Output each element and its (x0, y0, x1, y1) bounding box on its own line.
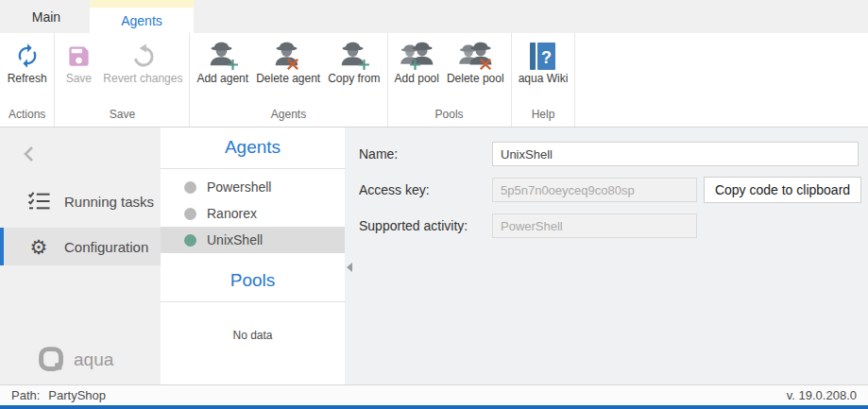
delete-pool-button[interactable]: Delete pool (443, 33, 508, 86)
ribbon: Refresh Actions Save Revert changes (0, 33, 868, 128)
ribbon-group-label-pools: Pools (391, 106, 508, 127)
sidebar-collapse-button[interactable] (23, 145, 40, 163)
supported-activity-field (492, 213, 697, 238)
aqua-logo: aqua (38, 346, 113, 373)
delete-agent-button[interactable]: Delete agent (252, 33, 324, 86)
agent-details-panel: Name: Access key: Copy code to clipboard… (345, 128, 868, 384)
chevron-left-icon (23, 145, 35, 162)
agent-name: Ranorex (207, 206, 257, 221)
pools-panel-header: Pools (161, 261, 345, 302)
delete-pool-icon (457, 39, 493, 73)
sidebar-item-running-tasks-label: Running tasks (64, 194, 154, 210)
status-path-label: Path: (11, 388, 40, 402)
gear-icon: ⚙ (26, 237, 51, 257)
tab-main[interactable]: Main (17, 0, 76, 33)
main-content: Running tasks ⚙ Configuration aqua Agent… (0, 128, 868, 384)
name-field-label: Name: (359, 146, 492, 162)
status-bar: Path: PartyShop v. 19.0.208.0 (0, 384, 868, 405)
tasks-icon (26, 191, 51, 212)
status-path: Path: PartyShop (11, 388, 106, 402)
refresh-button[interactable]: Refresh (4, 33, 51, 86)
agent-status-dot (184, 208, 196, 220)
access-key-field (492, 178, 697, 202)
copy-from-button[interactable]: Copy from (324, 33, 383, 86)
agent-name: UnixShell (207, 232, 263, 247)
add-agent-icon (207, 39, 239, 73)
add-agent-button[interactable]: Add agent (193, 33, 252, 86)
copy-from-button-label: Copy from (328, 73, 380, 86)
splitter-collapse-icon[interactable] (347, 263, 352, 272)
svg-text:?: ? (541, 47, 552, 66)
bottom-accent-bar (0, 405, 868, 409)
ribbon-group-label-actions: Actions (3, 106, 51, 127)
status-version: v. 19.0.208.0 (787, 388, 857, 402)
ribbon-group-label-agents: Agents (193, 106, 383, 127)
form-row-name: Name: (359, 142, 868, 166)
save-button[interactable]: Save (58, 33, 99, 86)
ribbon-group-label-help: Help (515, 106, 572, 127)
form-row-access-key: Access key: Copy code to clipboard (359, 177, 868, 203)
delete-agent-button-label: Delete agent (256, 73, 320, 86)
tab-main-label: Main (32, 9, 60, 25)
agent-list-item-unixshell[interactable]: UnixShell (161, 227, 345, 253)
sidebar-item-configuration-label: Configuration (64, 239, 148, 255)
delete-agent-icon (272, 39, 304, 73)
copy-code-button[interactable]: Copy code to clipboard (704, 177, 861, 203)
refresh-button-label: Refresh (8, 73, 47, 86)
refresh-icon (14, 39, 41, 73)
save-button-label: Save (66, 73, 92, 86)
wiki-icon: ? (529, 39, 556, 73)
sidebar-item-configuration[interactable]: ⚙ Configuration (0, 228, 161, 265)
agent-list-item-powershell[interactable]: Powershell (161, 174, 345, 200)
ribbon-group-help: ? aqua Wiki Help (512, 33, 576, 127)
copy-from-icon (338, 39, 370, 73)
delete-pool-button-label: Delete pool (447, 73, 504, 86)
agents-panel-header: Agents (161, 128, 345, 169)
ribbon-group-label-save: Save (58, 106, 186, 127)
ribbon-group-save: Save Revert changes Save (55, 33, 190, 127)
save-icon (66, 39, 92, 73)
supported-activity-field-label: Supported activity: (359, 218, 492, 233)
add-pool-icon (399, 39, 434, 73)
agent-name: Powershell (207, 179, 271, 195)
aqua-logo-icon (38, 346, 65, 373)
form-row-supported-activity: Supported activity: (359, 213, 868, 238)
navigation-sidebar: Running tasks ⚙ Configuration aqua (0, 128, 161, 384)
agent-list-item-ranorex[interactable]: Ranorex (161, 200, 345, 227)
app-window: Main Agents Refresh Actions (0, 0, 868, 409)
name-field[interactable] (492, 142, 859, 166)
aqua-wiki-button[interactable]: ? aqua Wiki (515, 33, 572, 86)
status-path-value: PartyShop (48, 388, 106, 402)
tab-agents-label: Agents (121, 13, 162, 28)
ribbon-tab-bar: Main Agents (0, 0, 868, 33)
pools-empty-text: No data (161, 329, 345, 342)
ribbon-group-actions: Refresh Actions (0, 33, 55, 127)
agent-list: Powershell Ranorex UnixShell (161, 169, 345, 253)
revert-changes-icon (130, 39, 156, 73)
add-pool-button-label: Add pool (395, 73, 439, 86)
agent-status-dot (184, 181, 196, 194)
tab-agents[interactable]: Agents (90, 0, 194, 33)
access-key-field-label: Access key: (359, 182, 492, 197)
ribbon-group-agents: Add agent Delete agent Copy from Agents (190, 33, 387, 127)
ribbon-group-pools: Add pool Delete pool Pools (388, 33, 512, 127)
aqua-wiki-button-label: aqua Wiki (519, 73, 569, 86)
aqua-logo-text: aqua (74, 349, 113, 370)
add-pool-button[interactable]: Add pool (391, 33, 443, 86)
add-agent-button-label: Add agent (196, 73, 248, 86)
revert-changes-button-label: Revert changes (103, 73, 182, 86)
revert-changes-button[interactable]: Revert changes (99, 33, 186, 86)
agent-status-dot (184, 234, 196, 247)
sidebar-item-running-tasks[interactable]: Running tasks (0, 182, 161, 220)
agents-pools-panel: Agents Powershell Ranorex UnixShell Pool… (161, 128, 345, 384)
